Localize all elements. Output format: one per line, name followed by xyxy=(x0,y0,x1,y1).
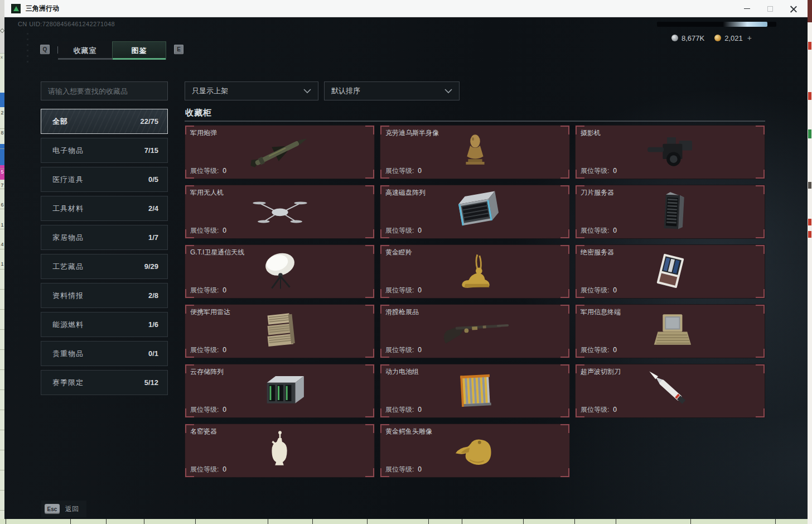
item-display-level: 展位等级:0 xyxy=(385,345,422,355)
item-card-6[interactable]: G.T.I卫星通信天线 展位等级:0 xyxy=(185,244,375,299)
battery-pack-art xyxy=(425,368,525,412)
category-count: 1/6 xyxy=(148,320,158,329)
spreadsheet-gridline xyxy=(6,519,6,524)
item-card-2[interactable]: 摄影机 展位等级:0 xyxy=(575,125,765,179)
document-text-fragment xyxy=(808,42,811,50)
document-text-fragment xyxy=(808,129,811,138)
category-label: 医疗道具 xyxy=(52,175,84,185)
croc-head-art xyxy=(425,428,525,472)
spreadsheet-row-number: 8 xyxy=(0,130,4,136)
item-card-3[interactable]: 军用无人机 展位等级:0 xyxy=(185,185,375,239)
item-card-8[interactable]: 绝密服务器 展位等级:0 xyxy=(575,244,765,299)
item-card-0[interactable]: 军用炮弹 展位等级:0 xyxy=(185,125,375,179)
item-display-level: 展位等级:0 xyxy=(385,166,422,176)
camera-art xyxy=(620,129,721,173)
sidebar-item-9[interactable]: 赛季限定 5/12 xyxy=(41,370,168,395)
spreadsheet-row-number: 1 xyxy=(0,261,4,267)
display-level-value: 0 xyxy=(223,465,226,473)
maximize-button[interactable] xyxy=(758,0,782,17)
item-card-16[interactable]: 黄金鳄鱼头雕像 展位等级:0 xyxy=(380,424,570,478)
game-content: CN UID:72808456461242271048 8,677K 2,021… xyxy=(4,17,808,519)
musket-art xyxy=(425,309,525,352)
document-text-fragment xyxy=(808,182,811,189)
item-display-level: 展位等级:0 xyxy=(190,405,226,415)
sidebar-item-7[interactable]: 能源燃料 1/6 xyxy=(41,312,168,337)
window-controls xyxy=(735,0,805,17)
tab-1[interactable]: 图鉴 xyxy=(112,41,166,60)
display-level-value: 0 xyxy=(613,227,617,234)
item-card-13[interactable]: 动力电池组 展位等级:0 xyxy=(380,364,570,418)
item-card-15[interactable]: 名窑瓷器 展位等级:0 xyxy=(185,424,375,478)
item-name: 超声波切割刀 xyxy=(581,367,621,377)
tab-0[interactable]: 收藏室 xyxy=(58,41,112,60)
item-card-10[interactable]: 滑膛枪展品 展位等级:0 xyxy=(380,304,570,358)
add-currency-icon[interactable]: + xyxy=(747,33,752,42)
top-right-meter xyxy=(657,22,776,27)
item-card-11[interactable]: 军用信息终端 展位等级:0 xyxy=(575,304,765,358)
category-label: 贵重物品 xyxy=(52,349,84,359)
item-name: 绝密服务器 xyxy=(581,248,614,257)
sidebar-item-2[interactable]: 医疗道具 0/5 xyxy=(41,167,168,192)
category-label: 工具材料 xyxy=(52,204,84,214)
currency-value: 8,677K xyxy=(682,34,704,42)
item-card-4[interactable]: 高速磁盘阵列 展位等级:0 xyxy=(380,185,570,239)
item-name: 军用炮弹 xyxy=(190,128,217,138)
sidebar-item-5[interactable]: 工艺藏品 9/29 xyxy=(41,254,168,279)
filter-dropdown-listed[interactable]: 只显示上架 xyxy=(185,81,318,100)
item-card-9[interactable]: 便携军用雷达 展位等级:0 xyxy=(185,304,375,358)
item-display-level: 展位等级:0 xyxy=(385,226,422,235)
item-display-level: 展位等级:0 xyxy=(581,166,617,176)
sidebar-item-3[interactable]: 工具材料 2/4 xyxy=(41,196,168,221)
item-card-12[interactable]: 云存储阵列 展位等级:0 xyxy=(185,364,375,418)
blue-cell xyxy=(0,93,4,107)
close-button[interactable] xyxy=(782,0,805,17)
spreadsheet-gridline xyxy=(428,519,429,524)
chevron-down-icon xyxy=(444,89,452,94)
category-label: 资料情报 xyxy=(52,291,84,301)
dropdown-label: 只显示上架 xyxy=(192,86,228,96)
display-level-label: 展位等级: xyxy=(385,406,414,414)
spreadsheet-gridline xyxy=(616,519,616,524)
spreadsheet-gridline xyxy=(312,519,313,524)
display-level-value: 0 xyxy=(418,167,422,175)
item-card-5[interactable]: 刀片服务器 展位等级:0 xyxy=(575,185,765,239)
item-card-1[interactable]: 克劳迪乌斯半身像 展位等级:0 xyxy=(380,125,570,179)
display-level-label: 展位等级: xyxy=(385,465,414,473)
spreadsheet-row-number: 4 xyxy=(0,242,4,247)
spreadsheet-gridline xyxy=(523,519,524,524)
tab-label: 收藏室 xyxy=(74,46,97,56)
dropdown-label: 默认排序 xyxy=(331,86,360,96)
spreadsheet-gridline xyxy=(690,519,691,524)
item-card-7[interactable]: 黄金瞪羚 展位等级:0 xyxy=(380,244,570,299)
sidebar-item-4[interactable]: 家居物品 1/7 xyxy=(41,225,168,250)
tab-group: 收藏室 图鉴 xyxy=(58,41,166,60)
spreadsheet-row-number: 5 xyxy=(0,169,4,175)
sort-dropdown[interactable]: 默认排序 xyxy=(324,81,460,100)
item-card-14[interactable]: 超声波切割刀 展位等级:0 xyxy=(575,364,765,418)
spreadsheet-gridline xyxy=(462,519,462,524)
spreadsheet-gridline xyxy=(106,519,107,524)
display-level-label: 展位等级: xyxy=(581,167,609,175)
category-label: 能源燃料 xyxy=(52,320,84,330)
sidebar-item-0[interactable]: 全部 22/75 xyxy=(41,109,168,134)
item-display-level: 展位等级:0 xyxy=(190,465,226,474)
category-count: 0/1 xyxy=(148,349,158,358)
back-button[interactable]: Esc 返回 xyxy=(41,501,86,517)
spreadsheet-gridline xyxy=(574,519,575,524)
display-level-value: 0 xyxy=(418,406,422,414)
display-level-label: 展位等级: xyxy=(190,346,219,354)
spreadsheet-gridline xyxy=(775,519,776,524)
minimize-button[interactable] xyxy=(735,0,758,17)
sidebar-item-1[interactable]: 电子物品 7/15 xyxy=(41,138,168,163)
search-box xyxy=(41,81,168,100)
chevron-down-icon xyxy=(303,89,311,94)
screen: { "window": { "title": "三角洲行动" }, "heade… xyxy=(0,0,812,524)
item-display-level: 展位等级:0 xyxy=(581,405,617,415)
display-level-value: 0 xyxy=(223,227,226,234)
search-input[interactable] xyxy=(41,82,167,100)
display-level-label: 展位等级: xyxy=(190,286,219,294)
spreadsheet-row-number: 6 xyxy=(0,202,4,208)
document-text-fragment xyxy=(808,231,811,238)
sidebar-item-6[interactable]: 资料情报 2/8 xyxy=(41,283,168,308)
sidebar-item-8[interactable]: 贵重物品 0/1 xyxy=(41,341,168,366)
